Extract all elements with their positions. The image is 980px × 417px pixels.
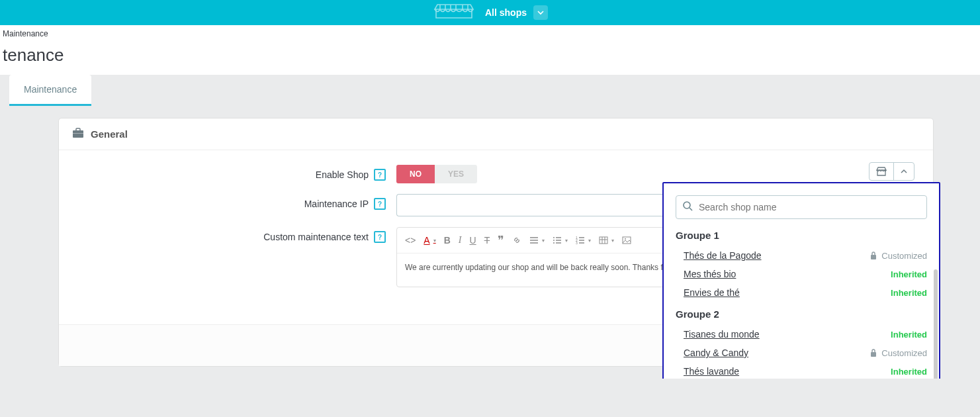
shop-link[interactable]: Envies de thé bbox=[684, 287, 740, 298]
page-title: tenance bbox=[0, 42, 980, 75]
svg-rect-13 bbox=[871, 255, 876, 259]
status-customized: Customized bbox=[869, 348, 927, 358]
shop-item: Thés lavandeInherited bbox=[676, 362, 927, 379]
lock-icon bbox=[869, 348, 877, 357]
shop-item: Envies de théInherited bbox=[676, 283, 927, 302]
svg-point-11 bbox=[625, 238, 626, 240]
chevron-down-icon bbox=[533, 5, 548, 20]
shop-dropdown-panel: Groupe 1Thés de la PagodeCustomizedMes t… bbox=[662, 182, 940, 379]
status-customized: Customized bbox=[869, 251, 927, 261]
svg-point-5 bbox=[553, 242, 555, 244]
underline-icon[interactable]: U bbox=[470, 235, 476, 246]
content-area: General Enable Shop ? NO bbox=[0, 106, 980, 379]
shop-context-selector[interactable]: All shops bbox=[485, 5, 548, 20]
bold-icon[interactable]: B bbox=[444, 235, 451, 246]
table-icon[interactable] bbox=[599, 236, 614, 244]
source-code-icon[interactable]: <> bbox=[405, 235, 416, 246]
shop-item: Tisanes du mondeInherited bbox=[676, 325, 927, 344]
svg-rect-2 bbox=[73, 133, 83, 134]
shop-search-input[interactable] bbox=[676, 195, 927, 219]
toggle-yes[interactable]: YES bbox=[435, 165, 477, 183]
store-icon bbox=[869, 163, 893, 180]
briefcase-icon bbox=[72, 128, 84, 140]
numbered-list-icon[interactable]: 123 bbox=[576, 236, 591, 244]
enable-shop-label: Enable Shop bbox=[316, 169, 369, 180]
shop-link[interactable]: Thés lavande bbox=[684, 366, 739, 377]
scrollbar[interactable] bbox=[934, 269, 938, 379]
shop-link[interactable]: Tisanes du monde bbox=[684, 329, 760, 340]
image-icon[interactable] bbox=[622, 236, 631, 244]
panel-title: General bbox=[91, 128, 128, 140]
status-inherited: Inherited bbox=[891, 367, 927, 377]
tab-bar: Maintenance bbox=[0, 75, 980, 106]
svg-rect-9 bbox=[600, 237, 607, 244]
svg-rect-1 bbox=[76, 128, 80, 131]
align-icon[interactable] bbox=[529, 236, 545, 244]
svg-text:3: 3 bbox=[576, 241, 578, 244]
status-inherited: Inherited bbox=[891, 269, 927, 279]
maintenance-ip-label: Maintenance IP bbox=[304, 199, 369, 209]
panel-header: General bbox=[59, 118, 933, 150]
shop-dropdown-toggle[interactable] bbox=[869, 162, 914, 181]
text-color-icon[interactable]: A bbox=[423, 235, 435, 246]
shop-link[interactable]: Thés de la Pagode bbox=[684, 250, 762, 261]
italic-icon[interactable]: I bbox=[459, 235, 462, 246]
shops-logo-icon bbox=[432, 2, 476, 23]
strikethrough-icon[interactable]: T bbox=[484, 235, 490, 246]
shop-group-title: Groupe 1 bbox=[676, 230, 927, 241]
shop-group-title: Groupe 2 bbox=[676, 308, 927, 320]
status-inherited: Inherited bbox=[891, 330, 927, 340]
bullet-list-icon[interactable] bbox=[553, 236, 568, 244]
toggle-no[interactable]: NO bbox=[396, 165, 435, 183]
shop-context-label: All shops bbox=[485, 7, 527, 18]
breadcrumb: Maintenance bbox=[0, 25, 980, 42]
shop-link[interactable]: Mes thés bio bbox=[684, 269, 736, 279]
chevron-up-icon bbox=[893, 163, 914, 180]
tab-maintenance[interactable]: Maintenance bbox=[9, 75, 91, 106]
lock-icon bbox=[869, 251, 877, 260]
help-icon[interactable]: ? bbox=[374, 169, 386, 181]
link-icon[interactable] bbox=[512, 236, 521, 245]
help-icon[interactable]: ? bbox=[374, 231, 386, 243]
enable-shop-toggle[interactable]: NO YES bbox=[396, 165, 477, 183]
svg-point-3 bbox=[553, 237, 555, 238]
shop-item: Mes thés bioInherited bbox=[676, 265, 927, 283]
topbar: All shops bbox=[0, 0, 980, 25]
shop-item: Thés de la PagodeCustomized bbox=[676, 246, 927, 265]
status-inherited: Inherited bbox=[891, 288, 927, 298]
svg-rect-14 bbox=[871, 352, 876, 357]
svg-point-12 bbox=[684, 202, 690, 208]
svg-point-4 bbox=[553, 240, 555, 241]
shop-link[interactable]: Candy & Candy bbox=[684, 348, 748, 358]
custom-text-label: Custom maintenance text bbox=[263, 232, 369, 242]
help-icon[interactable]: ? bbox=[374, 198, 386, 210]
blockquote-icon[interactable]: ❞ bbox=[498, 233, 504, 248]
shop-item: Candy & CandyCustomized bbox=[676, 344, 927, 362]
search-icon bbox=[682, 201, 693, 214]
